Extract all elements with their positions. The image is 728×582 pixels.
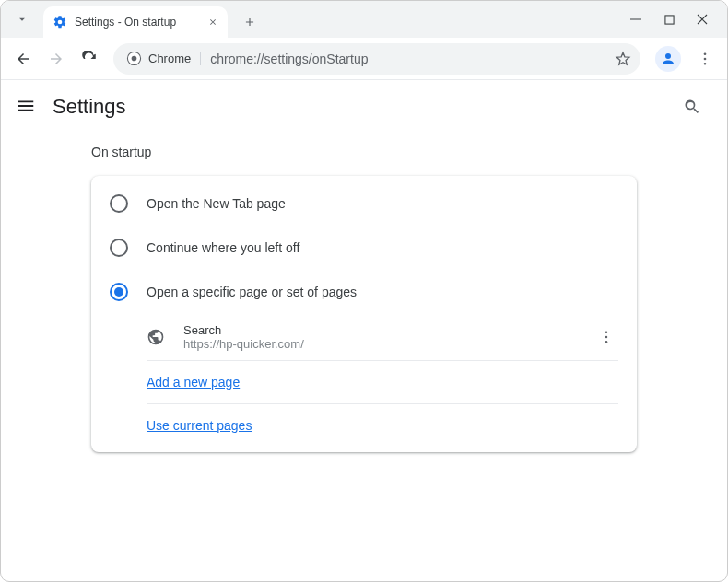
svg-point-6 bbox=[704, 62, 707, 64]
plus-icon bbox=[243, 16, 256, 29]
person-icon bbox=[660, 51, 676, 67]
tab-title: Settings - On startup bbox=[75, 16, 202, 29]
chevron-down-icon bbox=[16, 13, 29, 26]
toolbar: Chrome chrome://settings/onStartup bbox=[1, 38, 727, 80]
svg-point-5 bbox=[704, 57, 707, 60]
svg-point-4 bbox=[704, 52, 707, 55]
startup-page-row: Search https://hp-quicker.com/ bbox=[91, 314, 637, 360]
close-icon bbox=[208, 17, 217, 27]
option-label: Open the New Tab page bbox=[147, 196, 286, 211]
radio-checked-icon bbox=[110, 283, 128, 301]
titlebar: Settings - On startup bbox=[1, 1, 727, 38]
option-new-tab[interactable]: Open the New Tab page bbox=[91, 181, 637, 226]
minimize-button[interactable] bbox=[629, 13, 642, 26]
content: On startup Open the New Tab page Continu… bbox=[1, 134, 727, 452]
back-button[interactable] bbox=[8, 44, 38, 74]
reload-button[interactable] bbox=[75, 44, 104, 74]
startup-card: Open the New Tab page Continue where you… bbox=[91, 176, 637, 452]
address-bar[interactable]: Chrome chrome://settings/onStartup bbox=[113, 43, 640, 75]
close-window-button[interactable] bbox=[696, 13, 709, 26]
page-actions-button[interactable] bbox=[594, 329, 618, 345]
chrome-logo-icon bbox=[123, 48, 145, 70]
reload-icon bbox=[81, 51, 98, 67]
add-page-link[interactable]: Add a new page bbox=[147, 375, 240, 390]
svg-point-3 bbox=[131, 56, 136, 62]
forward-button[interactable] bbox=[41, 44, 71, 74]
section-title: On startup bbox=[91, 145, 727, 159]
use-current-link[interactable]: Use current pages bbox=[147, 418, 252, 433]
option-continue[interactable]: Continue where you left off bbox=[91, 226, 637, 270]
arrow-left-icon bbox=[15, 51, 31, 67]
star-icon bbox=[615, 51, 631, 67]
hamburger-icon bbox=[16, 96, 36, 116]
svg-rect-1 bbox=[664, 15, 673, 23]
maximize-button[interactable] bbox=[663, 13, 675, 26]
svg-rect-0 bbox=[630, 19, 641, 20]
search-icon bbox=[683, 98, 701, 116]
add-page-row: Add a new page bbox=[91, 361, 637, 403]
bookmark-button[interactable] bbox=[615, 51, 631, 67]
radio-icon bbox=[110, 239, 128, 257]
settings-header: Settings bbox=[1, 80, 727, 134]
startup-page-url: https://hp-quicker.com/ bbox=[183, 337, 594, 351]
omnibox-chip: Chrome bbox=[145, 52, 201, 65]
gear-icon bbox=[53, 15, 67, 29]
radio-icon bbox=[110, 194, 128, 213]
option-label: Open a specific page or set of pages bbox=[147, 285, 357, 299]
dots-vertical-icon bbox=[697, 51, 713, 67]
tab-search-button[interactable] bbox=[6, 4, 38, 35]
omnibox-url: chrome://settings/onStartup bbox=[210, 52, 615, 66]
option-specific[interactable]: Open a specific page or set of pages bbox=[91, 270, 637, 314]
option-label: Continue where you left off bbox=[147, 240, 299, 255]
profile-button[interactable] bbox=[655, 46, 681, 72]
dots-vertical-icon bbox=[598, 329, 615, 345]
use-current-row: Use current pages bbox=[91, 404, 637, 447]
search-settings-button[interactable] bbox=[683, 98, 701, 116]
page-title: Settings bbox=[53, 95, 126, 119]
svg-point-8 bbox=[605, 336, 608, 339]
menu-button[interactable] bbox=[16, 96, 38, 118]
svg-point-9 bbox=[605, 341, 608, 343]
startup-page-name: Search bbox=[183, 323, 594, 337]
window-controls bbox=[629, 1, 727, 38]
browser-tab[interactable]: Settings - On startup bbox=[43, 6, 228, 38]
browser-menu-button[interactable] bbox=[690, 44, 720, 74]
close-tab-button[interactable] bbox=[205, 15, 220, 29]
globe-icon bbox=[147, 328, 165, 346]
arrow-right-icon bbox=[48, 51, 65, 67]
new-tab-button[interactable] bbox=[237, 9, 263, 35]
svg-point-7 bbox=[605, 331, 608, 333]
